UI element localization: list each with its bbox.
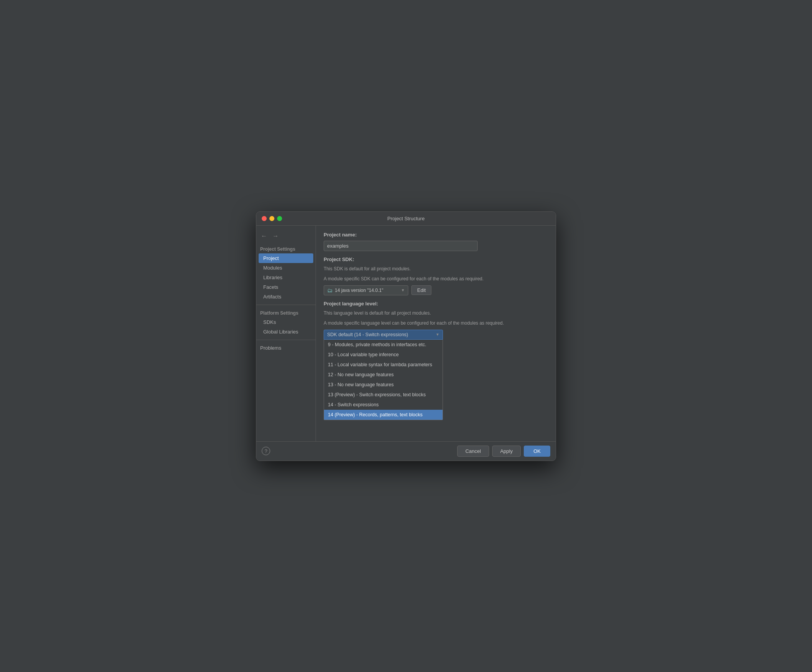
project-name-label: Project name: <box>324 232 548 238</box>
lang-desc1: This language level is default for all p… <box>324 309 548 316</box>
nav-back-forward: ← → <box>256 230 316 244</box>
sidebar-item-problems[interactable]: Problems <box>256 343 316 353</box>
sidebar-item-artifacts[interactable]: Artifacts <box>256 292 316 301</box>
sidebar-item-global-libraries[interactable]: Global Libraries <box>256 327 316 337</box>
sidebar-item-libraries[interactable]: Libraries <box>256 273 316 282</box>
sdk-desc2: A module specific SDK can be configured … <box>324 275 548 282</box>
back-button[interactable]: ← <box>259 232 269 240</box>
close-button[interactable] <box>262 216 267 221</box>
help-button[interactable]: ? <box>262 447 270 455</box>
button-group: Cancel Apply OK <box>457 446 550 457</box>
ok-button[interactable]: OK <box>524 446 550 457</box>
sdk-folder-icon: 🗂 <box>327 287 333 294</box>
sidebar-item-project[interactable]: Project <box>259 253 313 263</box>
sidebar-item-modules[interactable]: Modules <box>256 263 316 273</box>
lang-option-11[interactable]: 11 - Local variable syntax for lambda pa… <box>324 360 443 370</box>
project-name-input[interactable] <box>324 241 478 251</box>
titlebar: Project Structure <box>256 212 556 226</box>
sdk-section: Project SDK: This SDK is default for all… <box>324 256 548 295</box>
bottom-bar: ? Cancel Apply OK <box>256 441 556 461</box>
lang-dropdown-arrow-icon: ▼ <box>436 332 440 337</box>
lang-option-12[interactable]: 12 - No new language features <box>324 370 443 380</box>
sidebar-divider <box>256 304 316 305</box>
main-content: ← → Project Settings Project Modules Lib… <box>256 226 556 441</box>
lang-section: Project language level: This language le… <box>324 301 548 340</box>
sdk-label: Project SDK: <box>324 256 548 262</box>
lang-selected-value: SDK default (14 - Switch expressions) <box>327 332 408 337</box>
section-project-settings: Project Settings <box>256 244 316 253</box>
lang-option-13[interactable]: 13 - No new language features <box>324 380 443 390</box>
forward-button[interactable]: → <box>271 232 280 240</box>
lang-desc2: A module specific language level can be … <box>324 320 548 327</box>
section-platform-settings: Platform Settings <box>256 308 316 317</box>
maximize-button[interactable] <box>277 216 282 221</box>
lang-option-14[interactable]: 14 - Switch expressions <box>324 400 443 410</box>
sidebar-item-facets[interactable]: Facets <box>256 282 316 292</box>
lang-select[interactable]: SDK default (14 - Switch expressions) ▼ <box>324 330 443 340</box>
sdk-selected-value: 14 java version "14.0.1" <box>335 288 383 293</box>
sdk-edit-button[interactable]: Edit <box>411 286 432 295</box>
window-title: Project Structure <box>387 215 425 221</box>
lang-option-10[interactable]: 10 - Local variable type inference <box>324 350 443 360</box>
sidebar-item-sdks[interactable]: SDKs <box>256 317 316 327</box>
lang-option-9[interactable]: 9 - Modules, private methods in interfac… <box>324 340 443 350</box>
sidebar-divider-2 <box>256 340 316 340</box>
sdk-select[interactable]: 🗂 14 java version "14.0.1" ▼ <box>324 286 408 295</box>
main-panel: Project name: Project SDK: This SDK is d… <box>316 226 556 441</box>
minimize-button[interactable] <box>270 216 275 221</box>
project-structure-window: Project Structure ← → Project Settings P… <box>256 211 556 461</box>
lang-option-14-preview[interactable]: 14 (Preview) - Records, patterns, text b… <box>324 410 443 420</box>
lang-select-wrapper: SDK default (14 - Switch expressions) ▼ … <box>324 330 443 340</box>
cancel-button[interactable]: Cancel <box>457 446 489 457</box>
lang-option-13-preview[interactable]: 13 (Preview) - Switch expressions, text … <box>324 390 443 400</box>
traffic-lights <box>262 216 282 221</box>
sidebar: ← → Project Settings Project Modules Lib… <box>256 226 316 441</box>
apply-button[interactable]: Apply <box>492 446 521 457</box>
sdk-desc1: This SDK is default for all project modu… <box>324 265 548 272</box>
sdk-dropdown-arrow-icon: ▼ <box>401 288 405 292</box>
lang-label: Project language level: <box>324 301 548 306</box>
sdk-row: 🗂 14 java version "14.0.1" ▼ Edit <box>324 286 548 295</box>
lang-dropdown-menu: 9 - Modules, private methods in interfac… <box>324 340 443 420</box>
